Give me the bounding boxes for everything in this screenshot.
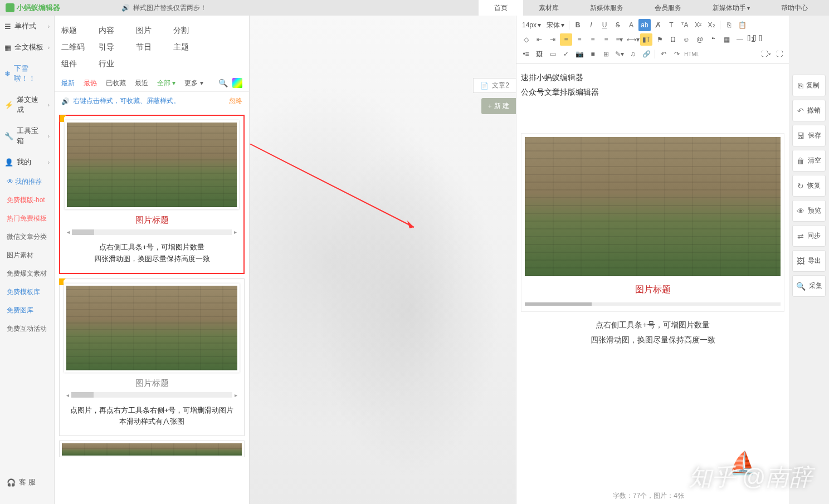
logo[interactable]: 小蚂蚁编辑器 [6, 3, 60, 13]
brush-button[interactable]: ✎▾ [613, 48, 626, 60]
sidebar-snow[interactable]: ❄下雪啦！！ [0, 58, 54, 89]
eraser-button[interactable]: ◇ [520, 33, 532, 46]
sub-free-template[interactable]: 免费模板库 [0, 283, 54, 301]
sub-free-article[interactable]: 免费爆文素材 [0, 265, 54, 283]
strike-button[interactable]: S̶ [612, 19, 624, 31]
chevron-left-icon[interactable]: ◂ [67, 229, 70, 235]
filter-fav[interactable]: 已收藏 [106, 79, 126, 88]
chevron-right-icon[interactable]: ▸ [235, 392, 237, 398]
action-collect[interactable]: 🔍采集 [792, 275, 826, 297]
bgcolor-button[interactable]: ab [638, 19, 651, 31]
sub-recommend[interactable]: 👁 我的推荐 [0, 173, 54, 191]
chevron-left-icon[interactable]: ◂ [66, 392, 69, 398]
slider-thumb[interactable] [71, 392, 94, 398]
letterspace-button[interactable]: ⟷▾ [627, 33, 639, 46]
action-copy[interactable]: ⎘复制 [792, 75, 826, 96]
at-button[interactable]: @ [694, 33, 706, 46]
clear-format-button[interactable]: A̸ [652, 19, 664, 31]
search-icon[interactable]: 🔍 [218, 79, 228, 87]
action-preview[interactable]: 👁预览 [792, 200, 826, 222]
card-slider[interactable]: ◂ ▸ [64, 392, 240, 398]
ignore-button[interactable]: 忽略 [229, 96, 242, 106]
sub-button[interactable]: X₂ [705, 19, 718, 31]
align-right-button[interactable]: ≡ [587, 33, 599, 46]
sidebar-single-style[interactable]: ☰单样式› [0, 16, 54, 37]
html-button[interactable]: HTML [684, 51, 699, 57]
sub-free-activity[interactable]: 免费互动活动 [0, 320, 54, 338]
sidebar-hot-article[interactable]: ⚡爆文速成› [0, 89, 54, 120]
action-undo[interactable]: ↶撤销 [792, 100, 826, 121]
cat-guide[interactable]: 引导 [99, 39, 136, 56]
filter-hot[interactable]: 最热 [84, 79, 97, 88]
quote-button[interactable]: ❝ [707, 33, 719, 46]
cat-component[interactable]: 组件 [61, 56, 99, 72]
hr-button[interactable]: — [734, 33, 746, 46]
bold-button[interactable]: B [572, 19, 584, 31]
scrollbar-thumb[interactable] [525, 302, 592, 306]
slider-track[interactable] [71, 392, 232, 398]
customer-service[interactable]: 🎧客 服 [7, 477, 36, 487]
editor-line[interactable]: 公众号文章排版编辑器 [521, 85, 784, 100]
fontsize-button[interactable]: ᵀA [679, 19, 691, 31]
fontsize-select[interactable]: 14px ▾ [520, 21, 543, 29]
cat-holiday[interactable]: 节日 [136, 39, 173, 56]
check-button[interactable]: ✓ [560, 48, 572, 60]
redo-button[interactable]: ↷ [671, 48, 683, 60]
cat-title[interactable]: 标题 [61, 22, 99, 39]
paste-button[interactable]: 📋 [736, 19, 748, 31]
cat-theme[interactable]: 主题 [173, 39, 211, 56]
chevron-right-icon[interactable]: ▸ [234, 229, 237, 235]
gallery-button[interactable]: ▭ [547, 48, 559, 60]
camera-button[interactable]: 📷 [573, 48, 586, 60]
filter-more[interactable]: 更多 ▾ [184, 79, 203, 88]
document-tab[interactable]: 📄文章2 [473, 78, 516, 93]
link-button[interactable]: 🔗 [640, 48, 652, 60]
preview-desc[interactable]: 点右侧工具条+号，可增图片数量 四张滑动图，换图尽量保持高度一致 [521, 312, 784, 353]
italic-button[interactable]: I [585, 19, 597, 31]
style-card-1[interactable]: 图片标题 ◂ ▸ 点右侧工具条+号，可增图片数量 四张滑动图，换图尽量保持高度一… [59, 115, 245, 274]
filter-new[interactable]: 最新 [61, 79, 75, 88]
cat-divider[interactable]: 分割 [173, 22, 211, 39]
fontcolor-button[interactable]: A [625, 19, 637, 31]
editor-line[interactable]: 速排小蚂蚁编辑器 [521, 71, 784, 85]
table-button[interactable]: ▦ [720, 33, 733, 46]
preview-title[interactable]: 图片标题 [525, 276, 781, 300]
film-button[interactable]: ⊞ [600, 48, 612, 60]
sidebar-toolbox[interactable]: 🔧工具宝箱› [0, 120, 54, 151]
expand-button[interactable]: ⛶▾ [760, 48, 772, 60]
video-button[interactable]: ■ [587, 48, 599, 60]
cat-content[interactable]: 内容 [99, 22, 136, 39]
omega-button[interactable]: Ω [667, 33, 679, 46]
emoji-button[interactable]: ☺ [680, 33, 693, 46]
filter-recent[interactable]: 最近 [135, 79, 148, 88]
nav-material[interactable]: 素材库 [523, 0, 574, 16]
align-justify-button[interactable]: ≡ [600, 33, 612, 46]
highlight-button[interactable]: ▮T [640, 33, 652, 46]
card-slider[interactable]: ◂ ▸ [65, 229, 239, 235]
color-picker[interactable] [232, 78, 242, 88]
preview-card[interactable]: 图片标题 [521, 133, 784, 312]
sub-free-gallery[interactable]: 免费图库 [0, 301, 54, 320]
style-card-2[interactable]: 图片标题 ◂ ▸ 点图片，再点右方工具条右侧+号，可增删滑动图片 本滑动样式有八… [59, 278, 245, 437]
align-left-button[interactable]: ≡ [560, 33, 572, 46]
slider-thumb[interactable] [72, 229, 94, 235]
cat-qrcode[interactable]: 二维码 [61, 39, 99, 56]
action-sync[interactable]: ⇄同步 [792, 225, 826, 247]
sidebar-full-template[interactable]: ▦全文模板› [0, 37, 54, 58]
sup-button[interactable]: X² [692, 19, 704, 31]
indent-right-button[interactable]: ⇥ [547, 33, 559, 46]
sub-popular-free[interactable]: 热门免费模板 [0, 209, 54, 228]
style-card-3[interactable] [59, 441, 245, 457]
nav-media-service[interactable]: 新媒体服务 [574, 0, 639, 16]
cat-image[interactable]: 图片 [136, 22, 173, 39]
new-button[interactable]: +新 建 [481, 98, 516, 114]
sidebar-mine[interactable]: 👤我的› [0, 151, 54, 173]
cat-industry[interactable]: 行业 [99, 56, 136, 72]
preview-scrollbar[interactable] [525, 302, 781, 306]
nav-home[interactable]: 首页 [479, 0, 523, 16]
copy-button[interactable]: ⎘ [723, 19, 735, 31]
action-restore[interactable]: ↻恢复 [792, 175, 826, 197]
sub-free-hot[interactable]: 免费模版-hot [0, 191, 54, 209]
slider-track[interactable] [72, 229, 232, 235]
action-clear[interactable]: 🗑清空 [792, 150, 826, 172]
